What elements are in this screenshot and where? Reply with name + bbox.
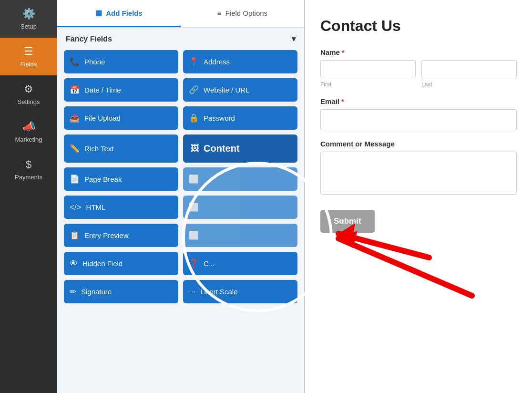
content-label: Content xyxy=(204,143,240,154)
html-label: HTML xyxy=(86,203,106,211)
gear-icon: ⚙️ xyxy=(22,8,35,20)
add-fields-icon: ▦ xyxy=(95,9,102,17)
submit-button[interactable]: Submit xyxy=(320,210,375,233)
captcha-button[interactable]: ❓ C... xyxy=(183,252,297,275)
fields-panel: ▦ Add Fields ≡ Field Options Fancy Field… xyxy=(57,0,305,393)
marketing-icon: 📣 xyxy=(22,121,35,133)
likert-button[interactable]: ··· Likert Scale xyxy=(183,280,297,303)
name-field-group: Name * First Last xyxy=(320,48,517,88)
file-upload-icon: 📤 xyxy=(70,113,80,123)
col1-placeholder2[interactable]: ⬜ xyxy=(183,196,297,219)
tab-field-options[interactable]: ≡ Field Options xyxy=(181,0,304,27)
sidebar-item-label: Marketing xyxy=(15,136,42,143)
comment-field-group: Comment or Message xyxy=(320,140,517,196)
datetime-label: Date / Time xyxy=(84,86,121,94)
field-options-icon: ≡ xyxy=(217,9,222,17)
last-name-input[interactable] xyxy=(421,60,517,79)
sidebar-item-payments[interactable]: $ Payments xyxy=(0,151,57,188)
hidden-field-label: Hidden Field xyxy=(82,259,123,268)
sidebar-item-marketing[interactable]: 📣 Marketing xyxy=(0,113,57,151)
address-label: Address xyxy=(204,58,230,66)
chevron-down-icon[interactable]: ▾ xyxy=(292,34,296,43)
col1-placeholder3[interactable]: ⬜ xyxy=(183,224,297,247)
sidebar-item-label: Payments xyxy=(15,174,42,181)
file-upload-button[interactable]: 📤 File Upload xyxy=(64,106,178,130)
entry-preview-icon: 📋 xyxy=(70,230,80,240)
email-required-star: * xyxy=(341,97,344,105)
tab-add-fields[interactable]: ▦ Add Fields xyxy=(57,0,181,27)
phone-icon: 📞 xyxy=(70,57,80,67)
sidebar-item-label: Fields xyxy=(20,61,37,68)
first-name-container: First xyxy=(320,60,416,88)
rich-text-label: Rich Text xyxy=(84,145,113,153)
page-break-button[interactable]: 📄 Page Break xyxy=(64,167,178,191)
website-icon: 🔗 xyxy=(189,85,199,95)
placeholder2-icon: ⬜ xyxy=(189,202,199,212)
hidden-field-button[interactable]: 👁 Hidden Field xyxy=(64,252,178,275)
website-button[interactable]: 🔗 Website / URL xyxy=(183,78,297,102)
email-label: Email * xyxy=(320,97,517,105)
content-button[interactable]: 🖼 Content xyxy=(183,134,297,163)
signature-icon: ✏ xyxy=(70,287,76,297)
sidebar-item-fields[interactable]: ☰ Fields xyxy=(0,38,57,75)
fancy-fields-header: Fancy Fields ▾ xyxy=(57,28,304,50)
sidebar-item-settings[interactable]: ⚙ Settings xyxy=(0,75,57,113)
rich-text-icon: ✏️ xyxy=(70,144,80,154)
rich-text-button[interactable]: ✏️ Rich Text xyxy=(64,134,178,163)
password-icon: 🔒 xyxy=(189,113,199,123)
password-label: Password xyxy=(204,114,235,122)
last-name-container: Last xyxy=(421,60,517,88)
email-field-group: Email * xyxy=(320,97,517,130)
settings-icon: ⚙ xyxy=(24,83,33,95)
tab-bar: ▦ Add Fields ≡ Field Options xyxy=(57,0,304,28)
likert-icon: ··· xyxy=(189,287,195,297)
payments-icon: $ xyxy=(26,158,31,171)
email-input[interactable] xyxy=(320,109,517,130)
sidebar-item-setup[interactable]: ⚙️ Setup xyxy=(0,0,57,38)
signature-label: Signature xyxy=(81,288,112,296)
comment-label: Comment or Message xyxy=(320,140,517,148)
section-title: Fancy Fields xyxy=(66,35,112,43)
sidebar: ⚙️ Setup ☰ Fields ⚙ Settings 📣 Marketing… xyxy=(0,0,57,393)
likert-label: Likert Scale xyxy=(200,288,237,296)
placeholder-icon: ⬜ xyxy=(189,174,199,184)
address-button[interactable]: 📍 Address xyxy=(183,50,297,73)
content-icon: 🖼 xyxy=(191,144,199,154)
address-icon: 📍 xyxy=(189,57,199,67)
fields-grid: 📞 Phone 📍 Address 📅 Date / Time 🔗 Websit… xyxy=(57,50,304,310)
file-upload-label: File Upload xyxy=(84,114,121,122)
page-break-label: Page Break xyxy=(84,175,122,183)
entry-preview-button[interactable]: 📋 Entry Preview xyxy=(64,224,178,247)
tab-label: Field Options xyxy=(225,9,267,17)
html-button[interactable]: </> HTML xyxy=(64,196,178,219)
first-name-label: First xyxy=(320,81,416,88)
password-button[interactable]: 🔒 Password xyxy=(183,106,297,130)
first-name-input[interactable] xyxy=(320,60,416,79)
datetime-icon: 📅 xyxy=(70,85,80,95)
sidebar-item-label: Settings xyxy=(18,98,40,105)
name-label: Name * xyxy=(320,48,517,56)
comment-textarea[interactable] xyxy=(320,152,517,195)
form-title: Contact Us xyxy=(320,17,517,35)
phone-button[interactable]: 📞 Phone xyxy=(64,50,178,73)
entry-preview-label: Entry Preview xyxy=(84,231,129,239)
name-required-star: * xyxy=(342,48,345,56)
datetime-button[interactable]: 📅 Date / Time xyxy=(64,78,178,102)
placeholder3-icon: ⬜ xyxy=(189,230,199,240)
html-icon: </> xyxy=(70,203,82,212)
tab-label: Add Fields xyxy=(106,9,143,17)
hidden-field-icon: 👁 xyxy=(70,259,78,269)
signature-button[interactable]: ✏ Signature xyxy=(64,280,178,303)
name-row: First Last xyxy=(320,60,517,88)
form-preview: Contact Us Name * First Last Email * xyxy=(305,0,532,393)
last-name-label: Last xyxy=(421,81,517,88)
main-panel: ▦ Add Fields ≡ Field Options Fancy Field… xyxy=(57,0,532,393)
phone-label: Phone xyxy=(84,58,105,66)
col1-placeholder1[interactable]: ⬜ xyxy=(183,167,297,191)
page-break-icon: 📄 xyxy=(70,174,80,184)
fields-icon: ☰ xyxy=(24,45,33,58)
website-label: Website / URL xyxy=(204,86,249,94)
captcha-label: C... xyxy=(204,259,215,268)
sidebar-item-label: Setup xyxy=(20,23,37,30)
captcha-icon: ❓ xyxy=(189,259,199,269)
